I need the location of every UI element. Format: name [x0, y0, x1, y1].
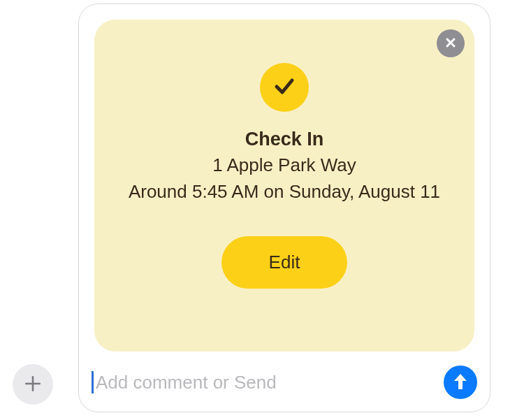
send-button[interactable]: [444, 365, 477, 399]
comment-input-wrap[interactable]: [92, 371, 438, 393]
text-cursor: [92, 371, 94, 393]
arrow-up-icon: [452, 372, 469, 393]
comment-input-row: [79, 352, 490, 412]
plus-icon: [24, 375, 42, 395]
comment-input[interactable]: [96, 372, 438, 393]
card-time: Around 5:45 AM on Sunday, August 11: [101, 179, 468, 204]
add-attachment-button[interactable]: [13, 364, 53, 405]
checkin-card: Check In 1 Apple Park Way Around 5:45 AM…: [94, 20, 474, 352]
card-title: Check In: [245, 129, 324, 150]
close-button[interactable]: [437, 29, 465, 57]
edit-button[interactable]: Edit: [221, 236, 348, 289]
close-icon: [445, 37, 456, 50]
card-address: 1 Apple Park Way: [212, 154, 356, 176]
checkin-message-bubble: Check In 1 Apple Park Way Around 5:45 AM…: [78, 3, 490, 412]
checkmark-badge: [260, 63, 309, 112]
checkmark-icon: [271, 73, 298, 102]
